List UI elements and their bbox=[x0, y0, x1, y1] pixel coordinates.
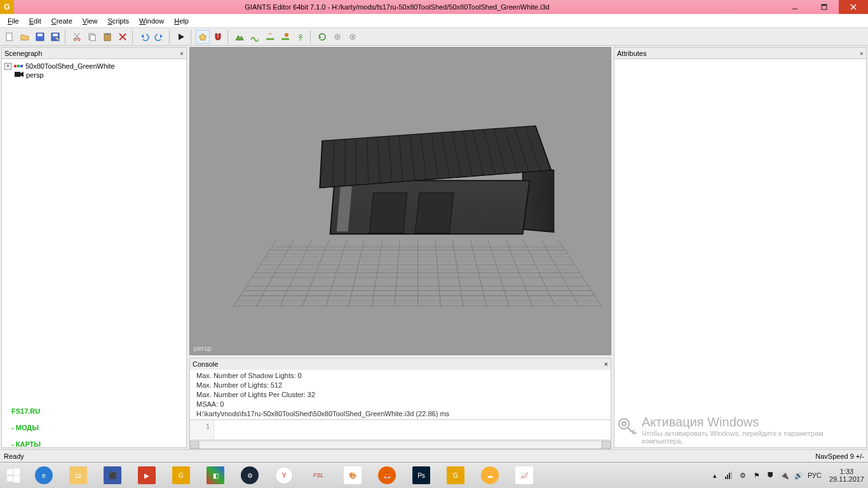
tray-power-icon[interactable]: 🔌 bbox=[780, 470, 790, 480]
console-close-icon[interactable]: × bbox=[604, 360, 608, 368]
terrain-smooth-icon[interactable] bbox=[248, 30, 262, 44]
taskbar-app2[interactable]: ▶ bbox=[130, 463, 164, 489]
console-input-area: 1 bbox=[190, 419, 611, 440]
console-line: Max. Number of Shadow Lights: 0 bbox=[196, 371, 604, 381]
taskbar-rubik[interactable]: ◧ bbox=[198, 463, 233, 489]
menu-scripts[interactable]: Scripts bbox=[102, 16, 134, 26]
tray-signal-icon[interactable] bbox=[724, 470, 734, 480]
magnet-icon[interactable] bbox=[211, 30, 225, 44]
maximize-button[interactable] bbox=[810, 0, 839, 14]
window-title: GIANTS Editor 64bit 7.1.0 - H:/karty/mod… bbox=[14, 3, 780, 11]
console-line: H:\karty\mods\fs17ru-50x80ToolShed\50x80… bbox=[196, 409, 604, 419]
terrain-flatten-icon[interactable] bbox=[263, 30, 277, 44]
3d-viewport[interactable]: persp bbox=[189, 47, 611, 355]
status-bar: Ready NavSpeed 9 +/- bbox=[0, 449, 868, 462]
gear-a-icon[interactable] bbox=[330, 30, 344, 44]
attributes-close-icon[interactable]: × bbox=[860, 50, 864, 57]
save-as-icon[interactable] bbox=[48, 30, 62, 44]
taskbar-giants2[interactable]: G bbox=[438, 463, 473, 489]
terrain-paint-icon[interactable] bbox=[278, 30, 292, 44]
taskbar-firefox[interactable]: 🦊 bbox=[370, 463, 404, 489]
scenegraph-close-icon[interactable]: × bbox=[180, 50, 184, 57]
scenegraph-panel: Scenegraph × + 50x80ToolShed_GreenWhite … bbox=[1, 47, 187, 448]
tree-item-root[interactable]: + 50x80ToolShed_GreenWhite bbox=[4, 62, 184, 71]
taskbar-cloud[interactable]: ☁ bbox=[473, 463, 507, 489]
svg-rect-29 bbox=[731, 471, 732, 479]
scroll-left-icon[interactable] bbox=[190, 441, 199, 449]
svg-rect-2 bbox=[822, 4, 827, 6]
home-icon[interactable] bbox=[196, 30, 210, 44]
app-icon: G bbox=[0, 0, 14, 14]
open-file-icon[interactable] bbox=[18, 30, 32, 44]
svg-rect-25 bbox=[15, 72, 20, 77]
console-line: Max. Number of Lights Per Cluster: 32 bbox=[196, 390, 604, 400]
menu-create[interactable]: Create bbox=[46, 16, 78, 26]
gear-b-icon[interactable] bbox=[346, 30, 360, 44]
menu-edit[interactable]: Edit bbox=[24, 16, 46, 26]
svg-rect-18 bbox=[266, 38, 274, 40]
taskbar-giants[interactable]: G bbox=[164, 463, 198, 489]
scenegraph-title-label: Scenegraph bbox=[4, 50, 42, 57]
menu-file[interactable]: File bbox=[3, 16, 24, 26]
menu-view[interactable]: View bbox=[78, 16, 103, 26]
paste-icon[interactable] bbox=[100, 30, 114, 44]
scroll-right-icon[interactable] bbox=[602, 441, 611, 449]
taskbar-ie[interactable]: e bbox=[27, 463, 61, 489]
tray-time: 1:33 bbox=[829, 468, 864, 475]
taskbar-explorer[interactable]: 🗂 bbox=[61, 463, 95, 489]
terrain-raise-icon[interactable] bbox=[233, 30, 247, 44]
play-icon[interactable] bbox=[174, 30, 188, 44]
tray-clock[interactable]: 1:33 29.11.2017 bbox=[825, 468, 864, 483]
svg-point-30 bbox=[619, 419, 629, 429]
copy-icon[interactable] bbox=[85, 30, 99, 44]
save-icon[interactable] bbox=[33, 30, 47, 44]
taskbar-photoshop[interactable]: Ps bbox=[404, 463, 438, 489]
taskbar-yandex[interactable]: Y bbox=[267, 463, 301, 489]
tree-item-label: persp bbox=[26, 71, 44, 79]
delete-icon[interactable] bbox=[116, 30, 130, 44]
taskbar-paint[interactable]: 🎨 bbox=[336, 463, 370, 489]
tray-shield-icon[interactable]: ⛊ bbox=[766, 470, 776, 480]
foliage-icon[interactable] bbox=[294, 30, 308, 44]
tree-item-label: 50x80ToolShed_GreenWhite bbox=[25, 62, 115, 70]
svg-rect-13 bbox=[90, 35, 95, 41]
menu-window[interactable]: Window bbox=[134, 16, 169, 26]
tray-volume-icon[interactable]: 🔊 bbox=[794, 470, 804, 480]
svg-rect-27 bbox=[727, 475, 728, 479]
svg-rect-9 bbox=[53, 34, 58, 36]
tray-flag-icon[interactable]: ⚑ bbox=[752, 470, 762, 480]
start-button[interactable] bbox=[0, 463, 27, 489]
toolbar bbox=[0, 28, 868, 46]
windows-activation-overlay: Активация Windows Чтобы активировать Win… bbox=[642, 415, 851, 445]
scenegraph-title: Scenegraph × bbox=[2, 48, 186, 59]
reload-icon[interactable] bbox=[315, 30, 329, 44]
tree-item-persp[interactable]: persp bbox=[4, 71, 184, 79]
status-ready: Ready bbox=[4, 452, 24, 460]
redo-icon[interactable] bbox=[153, 30, 166, 44]
close-button[interactable] bbox=[839, 0, 868, 14]
tray-up-icon[interactable]: ▴ bbox=[710, 470, 720, 480]
shed-model bbox=[312, 121, 556, 275]
console-h-scrollbar[interactable] bbox=[190, 440, 611, 449]
tray-date: 29.11.2017 bbox=[829, 475, 864, 483]
tray-steam-icon[interactable]: ⚙ bbox=[738, 470, 748, 480]
watermark-line: - КАРТЫ bbox=[11, 436, 41, 452]
undo-icon[interactable] bbox=[137, 30, 151, 44]
console-input[interactable] bbox=[214, 420, 611, 440]
expand-icon[interactable]: + bbox=[4, 63, 11, 70]
minimize-button[interactable] bbox=[780, 0, 810, 14]
taskbar-app1[interactable]: ⬛ bbox=[95, 463, 130, 489]
svg-rect-28 bbox=[729, 473, 730, 479]
svg-rect-26 bbox=[725, 477, 726, 479]
new-file-icon[interactable] bbox=[3, 30, 17, 44]
taskbar: e 🗂 ⬛ ▶ G ◧ ⚙ Y FSL 🎨 🦊 Ps G ☁ 📈 ▴ ⚙ ⚑ ⛊… bbox=[0, 462, 868, 488]
svg-point-24 bbox=[352, 36, 354, 37]
menu-help[interactable]: Help bbox=[169, 16, 194, 26]
console-title-label: Console bbox=[193, 360, 218, 368]
taskbar-steam[interactable]: ⚙ bbox=[233, 463, 267, 489]
tray-lang[interactable]: РУС bbox=[808, 471, 822, 479]
cut-icon[interactable] bbox=[70, 30, 84, 44]
taskbar-monitor[interactable]: 📈 bbox=[507, 463, 541, 489]
viewport-camera-label: persp bbox=[194, 344, 212, 352]
taskbar-app3[interactable]: FSL bbox=[301, 463, 336, 489]
